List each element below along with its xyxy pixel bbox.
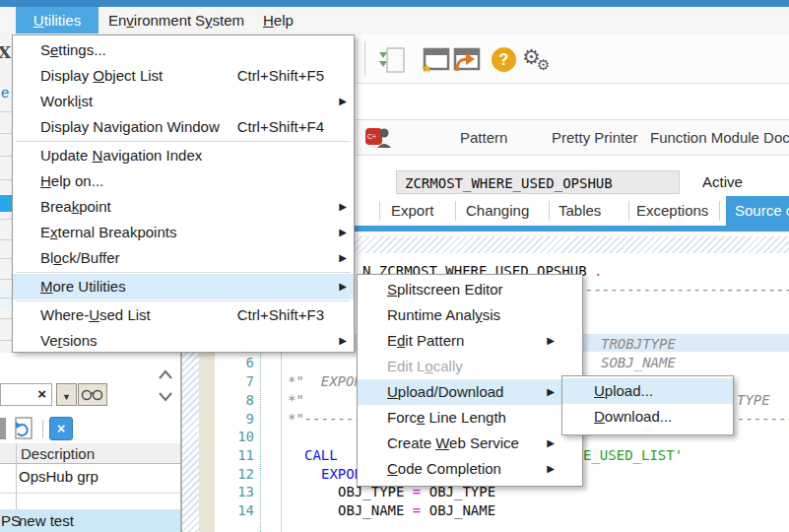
code-fragment: E_USED_LIST' [583,446,683,465]
description-column-header[interactable]: Description [0,443,180,464]
menu-item-block-buffer[interactable]: Block/Buffer▶ [13,245,354,271]
menu-item-versions[interactable]: Versions▶ [13,328,354,354]
new-session-window-icon[interactable]: ★ [422,46,451,74]
more-utilities-submenu: Splitscreen Editor Runtime Analysis Edit… [357,274,583,487]
object-name-fragment: PS [1,512,21,529]
tab-exceptions[interactable]: Exceptions [636,196,708,226]
menu-item-display-navigation-window[interactable]: Display Navigation WindowCtrl+Shift+F4 [13,114,354,140]
line-number: 13 [213,483,254,501]
code-fragment: TROBJTYPE [601,335,676,354]
line-number: 7 [213,372,254,391]
background-panel-fragment: X e [0,34,12,353]
line-number: 10 [213,428,254,446]
glasses-icon [81,387,104,403]
svg-text:★: ★ [422,60,433,74]
list-item[interactable]: OpsHub grp [19,468,99,485]
code-fragment: TYPE [737,391,770,410]
title-bar [0,0,789,7]
clear-icon[interactable]: × [37,385,46,402]
customize-settings-icon[interactable]: ⚙ ⚙ [522,43,558,75]
status-label: Active [702,173,743,190]
tab-export[interactable]: Export [391,196,433,226]
tab-changing[interactable]: Changing [466,196,529,226]
menubar-item-environment[interactable]: Environment [108,7,191,33]
menubar-item-help[interactable]: Help [263,7,294,33]
menu-item-upload-download[interactable]: Upload/Download▶ [358,379,582,405]
menu-bar: Utilities Environment System Help [0,7,789,35]
menu-item-code-completion[interactable]: Code Completion▶ [358,456,582,482]
tab-divider [628,201,629,221]
pretty-printer-button[interactable]: Pretty Printer [552,120,638,155]
menu-separator [16,300,351,301]
submenu-arrow-icon: ▶ [547,328,555,354]
menu-item-more-utilities[interactable]: More Utilities▶ [13,274,354,299]
tab-source-code[interactable]: Source code [726,196,789,226]
tab-divider [549,201,550,221]
menu-item-external-breakpoints[interactable]: External Breakpoints▶ [13,220,354,245]
submenu-arrow-icon: ▶ [547,456,555,482]
menu-item-update-navigation-index[interactable]: Update Navigation Index [13,143,354,168]
svg-text:C+: C+ [367,133,376,140]
menu-item-splitscreen-editor[interactable]: Splitscreen Editor [358,277,582,302]
menu-item-download[interactable]: Download... [562,404,733,430]
menu-item-settings[interactable]: Settings... [13,37,354,63]
menu-item-upload[interactable]: Upload... [562,378,733,404]
menu-item-where-used-list[interactable]: Where-Used ListCtrl+Shift+F3 [13,302,354,328]
code-line-14: OBJ_NAME = OBJ_NAME [338,501,495,520]
line-number: 14 [213,501,254,520]
code-fragment: . [594,262,602,281]
menu-item-edit-locally: Edit Locally [358,354,582,379]
function-module-docu-button[interactable]: Function Module Docu [650,120,789,155]
tab-divider [455,201,456,221]
menu-item-help-on[interactable]: Help on... [13,168,354,194]
background-selected-row-fragment [0,195,12,212]
close-button[interactable]: × [49,417,73,440]
toolbar-separator [42,420,43,437]
menu-separator [16,141,351,142]
code-fragment: CALL [304,446,338,465]
submenu-arrow-icon: ▶ [339,328,347,354]
clipped-icon-fragment [0,418,6,439]
tab-divider [379,201,380,221]
code-fragment: ------- [737,410,789,429]
upload-download-submenu: Upload... Download... [561,375,734,435]
submenu-arrow-icon: ▶ [547,379,555,405]
create-shortcut-icon[interactable] [452,46,482,74]
filter-field[interactable]: × [0,383,52,406]
menu-item-edit-pattern[interactable]: Edit Pattern▶ [358,328,582,354]
submenu-arrow-icon: ▶ [339,274,347,299]
import-document-icon[interactable] [378,46,406,76]
panel-border [180,353,182,532]
line-number: 9 [213,410,254,429]
refresh-button[interactable] [10,417,37,440]
line-number: 11 [213,446,254,465]
code-fragment: --------------------------- [585,281,789,299]
menu-item-display-object-list[interactable]: Display Object ListCtrl+Shift+F5 [13,63,354,89]
line-number: 6 [213,354,254,372]
utilities-menu: Settings... Display Object ListCtrl+Shif… [12,34,355,353]
menu-item-worklist[interactable]: Worklist▶ [13,89,354,114]
menubar-item-system[interactable]: System [195,7,244,33]
function-module-name-field[interactable]: ZCRMOST_WHERE_USED_OPSHUB [396,170,680,194]
display-view-button[interactable] [78,383,107,406]
list-item-selected[interactable]: PS new test [0,509,180,532]
dropdown-button[interactable]: ▼ [56,383,77,406]
scroll-up-button[interactable] [158,368,173,382]
scroll-down-button[interactable] [158,390,173,404]
background-glyph-e: e [1,84,9,100]
menu-item-breakpoint[interactable]: Breakpoint▶ [13,194,354,220]
menu-item-force-line-length[interactable]: Force Line Length [358,405,582,431]
menubar-item-utilities[interactable]: Utilities [16,7,99,33]
menu-item-runtime-analysis[interactable]: Runtime Analysis [358,302,582,328]
transport-user-icon: C+ [365,124,393,152]
help-icon[interactable]: ? [492,47,516,72]
submenu-arrow-icon: ▶ [339,194,347,220]
row-separator [0,493,180,494]
menu-separator [16,272,351,273]
background-glyph-x: X [0,42,11,62]
worklist-panel: × ▼ × Description OpsHub grp PS new test [0,353,180,532]
pattern-button[interactable]: Pattern [460,120,507,155]
sap-gui-window: Utilities Environment System Help ★ ? ⚙ … [0,0,789,532]
menu-item-create-web-service[interactable]: Create Web Service▶ [358,431,582,456]
tab-tables[interactable]: Tables [559,196,601,226]
